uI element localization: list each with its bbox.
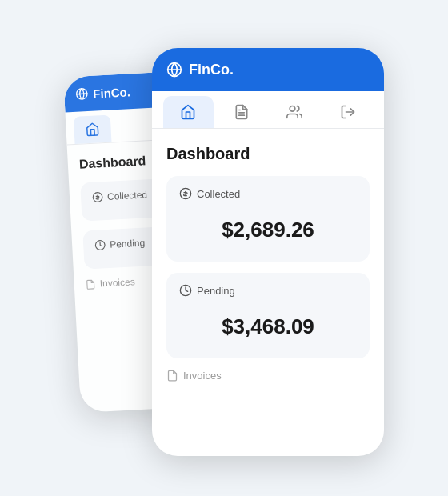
- front-tab-team[interactable]: [270, 96, 320, 128]
- team-icon-front: [286, 104, 302, 120]
- clock-icon-back: [94, 239, 106, 251]
- front-pending-label: Pending: [179, 284, 357, 297]
- svg-line-1: [77, 94, 87, 94]
- globe-icon-back: [75, 87, 89, 101]
- front-invoices-label: Invoices: [166, 370, 370, 382]
- phones-container: FinCo. Dashboard Collec: [56, 24, 392, 472]
- front-tab-documents[interactable]: [217, 96, 267, 128]
- home-icon-back: [85, 122, 100, 137]
- dollar-icon-back: [92, 191, 104, 203]
- clock-icon-front: [179, 284, 192, 297]
- front-collected-label: Collected: [179, 187, 357, 200]
- phone-front: FinCo.: [152, 48, 384, 456]
- front-content: Dashboard Collected $2,689.26: [152, 129, 384, 398]
- front-collected-value: $2,689.26: [179, 210, 357, 250]
- svg-point-9: [290, 106, 295, 112]
- home-icon-front: [180, 104, 196, 120]
- dollar-circle-icon-front: [179, 187, 192, 200]
- back-tab-home[interactable]: [74, 115, 112, 144]
- front-collected-card: Collected $2,689.26: [166, 176, 370, 262]
- front-app-title: FinCo.: [166, 62, 234, 78]
- file-icon-front: [166, 370, 178, 382]
- file-icon-back: [85, 278, 96, 290]
- globe-icon-front: [166, 62, 182, 78]
- logout-icon-front: [340, 104, 356, 120]
- front-nav-tabs: [152, 91, 384, 129]
- documents-icon-front: [234, 104, 250, 120]
- front-page-title: Dashboard: [166, 145, 370, 163]
- front-pending-card: Pending $3,468.09: [166, 273, 370, 358]
- back-app-title: FinCo.: [75, 85, 130, 102]
- front-tab-home[interactable]: [163, 96, 214, 128]
- front-pending-value: $3,468.09: [179, 306, 357, 347]
- front-phone-header: FinCo.: [152, 48, 384, 91]
- front-tab-logout[interactable]: [323, 96, 374, 128]
